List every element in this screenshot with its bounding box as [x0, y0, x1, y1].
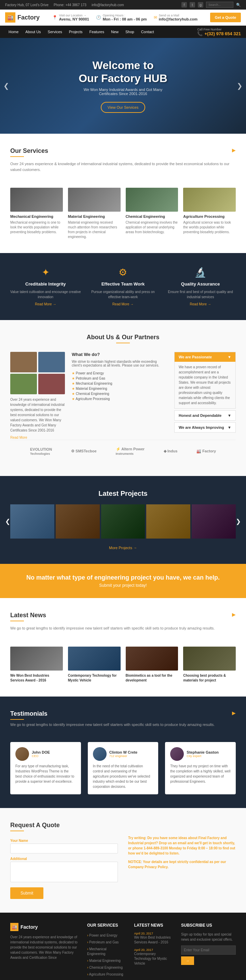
news-card-3: Biomimetics as a tool for the developmen… — [126, 647, 178, 683]
nav-projects[interactable]: Projects — [66, 25, 86, 38]
service-material: Material Engineering Material engineerin… — [68, 188, 121, 239]
quality-icon: 🔬 — [165, 267, 236, 278]
partner-indus: ◆ Indus — [163, 449, 177, 453]
nav-home[interactable]: Home — [5, 25, 22, 38]
service-material-title: Material Engineering — [68, 215, 121, 218]
top-bar-left: Factory Hub, 07 Lord's Drive Phone: +44 … — [5, 3, 124, 7]
about-accordion: We are Passionate ▼ We have a proven rec… — [174, 352, 236, 440]
hero-next-arrow[interactable]: ❯ — [237, 82, 243, 90]
nav-phone: 📞 +(32) 978 654 321 — [197, 31, 241, 36]
feature-quality: 🔬 Quality Assurance Ensure first and bes… — [165, 267, 236, 306]
hero-prev-arrow[interactable]: ❮ — [3, 82, 9, 90]
search-icon[interactable]: 🔍 — [236, 3, 241, 7]
footer-logo-text: Factory — [21, 924, 38, 930]
feature-quality-link[interactable]: Read More → — [190, 302, 211, 306]
feature-integrity-link[interactable]: Read More → — [35, 302, 56, 306]
news-image-1 — [10, 647, 63, 671]
services-subtitle: Over 24 years experience & knowledge of … — [10, 161, 232, 172]
testimonial-3-role: City expert — [187, 754, 219, 758]
cta-section: No matter what type of engineering proje… — [0, 564, 246, 598]
quote-button[interactable]: Get a Quote — [210, 13, 241, 22]
accordion-passionate-label: We are Passionate — [179, 355, 212, 359]
service-mechanical-desc: Mechanical engineering is one to look th… — [10, 220, 63, 235]
partner-factory: 🏭 Factory — [197, 449, 216, 453]
footer-subscribe-button[interactable]: → — [181, 956, 194, 965]
footer-about-text: Over 24 years experience and knowledge o… — [10, 934, 79, 960]
service-agriculture-image — [183, 188, 236, 212]
footer-news-1: April 20, 2017 We Won Best Industries Se… — [134, 932, 173, 945]
footer-news-title: LATEST NEWS — [134, 923, 173, 928]
project-item-4[interactable] — [146, 504, 190, 539]
feature-teamwork-link[interactable]: Read More → — [113, 302, 133, 306]
google-icon[interactable]: g — [198, 2, 203, 8]
news-grid: We Won Best Industries Services Award - … — [10, 647, 236, 683]
more-projects-link[interactable]: More Projects → — [109, 546, 137, 550]
nav-about[interactable]: About Us — [22, 25, 44, 38]
header-email: ✉ Send us a Mail info@factoryhub.com — [154, 14, 197, 21]
services-title: Our Services — [10, 147, 232, 154]
testimonials-grid: John DOE CEO For any type of manufacturi… — [10, 742, 236, 794]
service-agriculture: Agriculture Processing Agricultural scie… — [183, 188, 236, 239]
accordion-passionate-header[interactable]: We are Passionate ▼ — [175, 352, 235, 362]
header-hours: 🕐 Opening Hours : Mon - Fri : 08 am - 06… — [96, 14, 147, 21]
facebook-icon[interactable]: f — [181, 2, 187, 8]
nav-new[interactable]: New — [108, 25, 122, 38]
feature-integrity-title: Creditable Integrity — [10, 282, 81, 286]
footer-services-title: OUR SERVICES — [87, 923, 126, 928]
search-input[interactable] — [206, 2, 233, 8]
footer-logo-icon: 🏭 — [10, 923, 19, 931]
projects-section: Latest Projects ❮ ❯ More Projects → — [0, 476, 246, 564]
hero-cta-button[interactable]: View Our Services — [101, 102, 145, 113]
service-material-desc: Material engineering received much atten… — [68, 220, 121, 239]
accordion-improving-icon: ▼ — [227, 425, 231, 430]
about-list-item: Chemical Engineering — [72, 391, 167, 396]
project-item-1[interactable] — [10, 504, 54, 539]
about-read-more-link[interactable]: Read More — [10, 436, 27, 439]
send-label: Send us a Mail — [159, 14, 197, 17]
nav-contact[interactable]: Contact — [138, 25, 157, 38]
project-item-3[interactable] — [101, 504, 145, 539]
quote-additional-textarea[interactable] — [10, 862, 118, 882]
news-title-2: Contemporary Technology for Mystic Vehic… — [68, 673, 121, 683]
about-image-2 — [38, 352, 65, 372]
projects-grid — [10, 504, 236, 539]
testimonial-2-text: In the need of the total cultivation con… — [93, 764, 153, 789]
service-chemical-title: Chemical Engineering — [126, 215, 178, 218]
news-title-4: Choosing best products & materials for p… — [183, 673, 236, 683]
about-list-item: Petroleum and Gas — [72, 376, 167, 381]
nav-services[interactable]: Services — [44, 25, 66, 38]
news-section: Latest News We go to great lengths to id… — [0, 598, 246, 697]
testimonial-3-text: They have put my project on time with th… — [170, 764, 231, 784]
accordion-improving: We are Always Improving ▼ — [174, 422, 236, 433]
testimonial-1-info: John DOE CEO — [32, 750, 50, 758]
cta-line2: Submit your project today! — [10, 583, 236, 588]
hero-subtitle: We Won Many Industrial Awards and Got Ma… — [79, 88, 167, 96]
nav-links: Home About Us Services Projects Features… — [5, 25, 157, 38]
what-we-do-text: We strive to maintain highest standards … — [72, 360, 167, 367]
service-chemical-desc: Chemical engineering involves the applic… — [126, 220, 178, 235]
accordion-improving-header[interactable]: We are Always Improving ▼ — [175, 423, 235, 432]
nav-shop[interactable]: Shop — [122, 25, 138, 38]
news-arrow-icon: ▶ — [232, 612, 236, 617]
project-item-5[interactable] — [192, 504, 236, 539]
footer-email-input[interactable] — [181, 945, 236, 955]
quote-name-input[interactable] — [10, 843, 118, 853]
cta-line1: No matter what type of engineering proje… — [10, 574, 236, 581]
location-icon: 📍 — [52, 15, 57, 20]
twitter-icon[interactable]: t — [190, 2, 195, 8]
quote-grid: Your Name Additional Submit Try writing:… — [10, 835, 236, 899]
testimonial-3-header: Stephanie Gaston City expert — [170, 747, 231, 761]
projects-prev-arrow[interactable]: ❮ — [5, 518, 10, 525]
about-grid: Over 24 years experience and knowledge o… — [10, 352, 236, 440]
service-chemical-image — [126, 188, 178, 212]
nav-features[interactable]: Features — [86, 25, 108, 38]
feature-integrity-desc: Value talent cultivation and encourage c… — [10, 289, 81, 299]
accordion-honest-header[interactable]: Honest and Dependable ▼ — [175, 410, 235, 420]
project-item-2[interactable] — [56, 504, 100, 539]
feature-quality-desc: Ensure first and best of product quality… — [165, 289, 236, 299]
service-mechanical-title: Mechanical Engineering — [10, 215, 63, 218]
projects-next-arrow[interactable]: ❯ — [236, 518, 241, 525]
quote-submit-button[interactable]: Submit — [10, 887, 43, 899]
footer-news-1-date: April 20, 2017 — [134, 932, 173, 935]
news-card-2: Contemporary Technology for Mystic Vehic… — [68, 647, 121, 683]
